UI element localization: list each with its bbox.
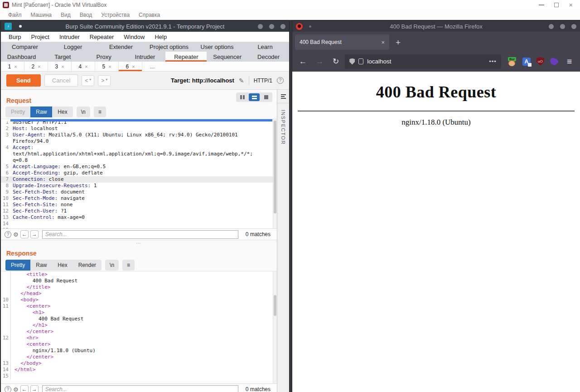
next-request-button[interactable]: >▾ <box>98 75 111 86</box>
search-next-button[interactable]: → <box>30 230 39 238</box>
send-button[interactable]: Send <box>6 74 41 87</box>
request-search-input[interactable] <box>42 230 238 239</box>
vbox-menu-[interactable]: Файл <box>4 12 26 18</box>
vbox-menu-[interactable]: Ввод <box>75 12 97 18</box>
code-line[interactable]: 12Sec-Fetch-User: ?1 <box>1 208 277 214</box>
layout-single-button[interactable] <box>261 93 271 101</box>
code-line[interactable]: 15 <box>1 227 277 228</box>
vbox-menu-[interactable]: Машина <box>26 12 56 18</box>
code-line[interactable]: 13Cache-Control: max-age=0 <box>1 214 277 221</box>
burp-maximize-button[interactable] <box>269 24 274 29</box>
close-tab-icon[interactable]: × <box>85 64 87 69</box>
burp-menu-help[interactable]: Help <box>150 34 172 40</box>
search-prev-button[interactable]: ← <box>20 385 29 392</box>
tracking-protection-shield-icon[interactable] <box>349 58 355 65</box>
tab-learn[interactable]: Learn <box>241 42 289 52</box>
code-line[interactable]: 6Accept-Encoding: gzip, deflate <box>1 170 277 176</box>
vbox-restore-button[interactable] <box>554 3 559 7</box>
firefox-maximize-button[interactable] <box>560 24 565 29</box>
view-tab-pretty[interactable]: Pretty <box>5 106 30 117</box>
url-bar[interactable]: localhost ••• <box>345 54 501 69</box>
close-tab-icon[interactable]: × <box>38 64 40 69</box>
view-tab-render[interactable]: Render <box>73 260 102 271</box>
session-tab-5[interactable]: 5× <box>95 62 119 71</box>
burp-menu-project[interactable]: Project <box>26 34 54 40</box>
page-info-icon[interactable] <box>358 58 363 64</box>
tab-sequencer[interactable]: Sequencer <box>207 52 248 62</box>
firefox-minimize-button[interactable] <box>549 24 554 29</box>
forward-button[interactable]: → <box>313 57 327 66</box>
close-tab-icon[interactable]: × <box>14 64 17 69</box>
tab-target[interactable]: Target <box>42 52 83 62</box>
help-icon[interactable]: ? <box>277 77 284 84</box>
search-help-icon[interactable]: ? <box>5 386 11 392</box>
tab-logger[interactable]: Logger <box>49 42 97 52</box>
search-prev-button[interactable]: ← <box>20 230 29 238</box>
search-help-icon[interactable]: ? <box>5 231 11 238</box>
code-line[interactable]: 10Sec-Fetch-Mode: navigate <box>1 195 277 202</box>
view-tab-raw[interactable]: Raw <box>30 260 52 271</box>
tab-close-icon[interactable]: × <box>381 39 385 46</box>
page-actions-icon[interactable]: ••• <box>489 58 497 65</box>
response-scrollbar[interactable] <box>273 271 277 383</box>
new-tab-button[interactable]: + <box>389 38 407 48</box>
session-tab-4[interactable]: 4× <box>72 62 95 71</box>
tab-extender[interactable]: Extender <box>97 42 145 52</box>
session-tab-2[interactable]: 2× <box>24 62 48 71</box>
edit-target-icon[interactable]: ✎ <box>239 77 244 84</box>
view-tab-pretty[interactable]: Pretty <box>5 260 30 271</box>
cancel-button[interactable]: Cancel <box>44 74 78 87</box>
burp-menu-intruder[interactable]: Intruder <box>54 34 85 40</box>
tab-repeater[interactable]: Repeater <box>165 52 207 62</box>
session-tab-3[interactable]: 3× <box>48 62 72 71</box>
search-next-button[interactable]: → <box>30 385 39 392</box>
search-settings-icon[interactable]: ⚙ <box>13 231 19 238</box>
vbox-menu-[interactable]: Вид <box>56 12 75 18</box>
tab-project-options[interactable]: Project options <box>145 42 193 52</box>
tab-user-options[interactable]: User options <box>193 42 241 52</box>
reload-button[interactable]: ↻ <box>329 57 342 66</box>
view-tab-hex[interactable]: Hex <box>52 106 72 117</box>
session-tab-1[interactable]: 1× <box>1 62 24 71</box>
browser-tab[interactable]: 400 Bad Request × <box>295 34 389 50</box>
menu-hamburger-icon[interactable]: ≡ <box>565 57 576 67</box>
code-line[interactable]: q=0.8 <box>1 157 277 164</box>
burp-menu-window[interactable]: Window <box>119 34 150 40</box>
code-line[interactable]: 9Sec-Fetch-Dest: document <box>1 189 277 195</box>
privacy-extension-icon[interactable]: 3 <box>550 58 559 65</box>
panel-splitter[interactable]: ⋯ <box>1 240 277 246</box>
request-scrollbar[interactable] <box>273 119 277 228</box>
layout-rows-button[interactable] <box>249 93 260 101</box>
response-menu-button[interactable]: ≡ <box>122 260 135 271</box>
code-line[interactable]: 7Connection: close <box>1 176 277 183</box>
code-line[interactable]: 8Upgrade-Insecure-Requests: 1 <box>1 183 277 189</box>
session-tab-6[interactable]: 6× <box>119 62 142 71</box>
translate-extension-icon[interactable]: A <box>522 58 531 66</box>
close-tab-icon[interactable]: × <box>132 64 135 69</box>
close-tab-icon[interactable]: × <box>108 64 111 69</box>
foxyproxy-extension-icon[interactable]: Bur <box>508 57 517 66</box>
code-line[interactable]: 3User-Agent: Mozilla/5.0 (X11; Ubuntu; L… <box>1 132 277 138</box>
search-settings-icon[interactable]: ⚙ <box>13 386 19 392</box>
newline-toggle-button[interactable]: \n <box>105 260 119 271</box>
session-tabs-overflow[interactable]: ... <box>142 62 162 71</box>
url-text[interactable]: localhost <box>367 58 485 65</box>
code-line[interactable]: 2Host: localhost <box>1 126 277 132</box>
burp-close-button[interactable] <box>280 24 285 29</box>
response-search-input[interactable] <box>42 385 238 392</box>
code-line[interactable]: 1auSTGET / HTTP/1.1 <box>1 121 277 126</box>
layout-columns-button[interactable] <box>237 93 248 101</box>
code-line[interactable]: 11Sec-Fetch-Site: none <box>1 202 277 208</box>
view-tab-raw[interactable]: Raw <box>30 106 52 117</box>
tab-comparer[interactable]: Comparer <box>1 42 49 52</box>
newline-toggle-button[interactable]: \n <box>77 106 90 117</box>
vbox-close-button[interactable]: × <box>569 3 573 7</box>
request-editor[interactable]: 1auSTGET / HTTP/1.12Host: localhost3User… <box>1 119 277 228</box>
code-line[interactable]: 5Accept-Language: en-GB,en;q=0.5 <box>1 164 277 170</box>
burp-minimize-button[interactable] <box>258 24 263 29</box>
tab-intruder[interactable]: Intruder <box>125 52 166 62</box>
vbox-menu-[interactable]: Устройства <box>97 12 134 18</box>
vbox-menu-[interactable]: Справка <box>134 12 164 18</box>
code-line[interactable]: 14 <box>1 221 277 227</box>
ublock-origin-extension-icon[interactable]: uO <box>536 57 544 66</box>
